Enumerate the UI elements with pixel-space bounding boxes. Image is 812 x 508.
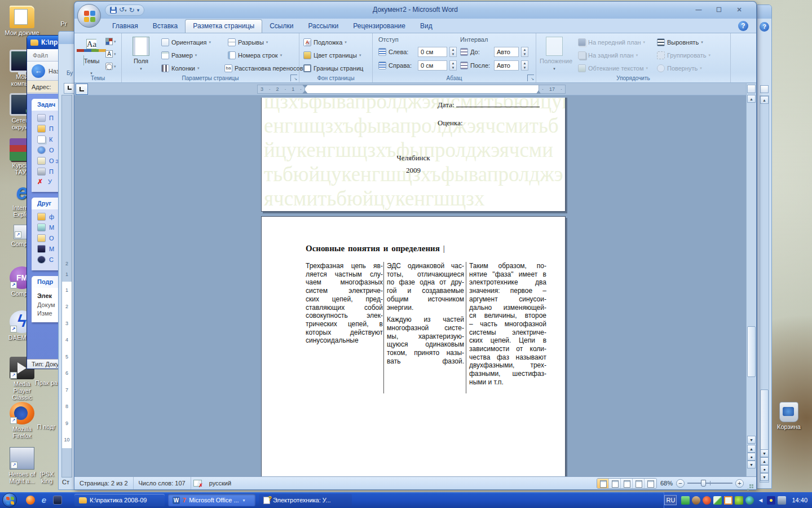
behind-scrollbar[interactable]: ▲ ▼ ▲ ● ▼ [760,95,769,483]
back-button[interactable]: ← [32,64,45,78]
hyphenation-button[interactable]: bаРасстановка переносов▾ [224,63,307,74]
first-line-indent-icon[interactable] [302,85,308,88]
help-icon[interactable]: ? [760,22,769,32]
nvidia-tray-icon[interactable] [735,496,743,505]
text-column-3[interactable]: Таким образом, по-нятие "фаза" имеет вэл… [469,262,546,387]
bring-to-front-button[interactable]: На передний план▾ [578,37,645,48]
tab-references[interactable]: Ссылки [262,20,301,33]
scrollbar-thumb[interactable] [760,389,769,452]
position-button[interactable]: Положение▾ [540,36,569,74]
firefox-quicklaunch-icon[interactable] [26,496,35,505]
web-layout-view-icon[interactable] [621,479,633,488]
desktop-icon-psx-label[interactable]: [PSX king [35,471,59,484]
maximize-button[interactable]: ☐ [711,6,727,15]
taskbar-button-office-group[interactable]: W 7 Microsoft Office ... ▾ [168,494,255,506]
page-color-button[interactable]: Цвет страницы▾ [303,50,361,61]
right-indent-icon[interactable] [536,90,541,94]
zoom-level[interactable]: 68% [660,480,673,487]
themes-button[interactable]: Аа Темы▾ [77,36,106,74]
columns-button[interactable]: Колонки▾ [161,63,200,74]
tab-view[interactable]: Вид [413,20,440,33]
dialog-launcher-icon[interactable] [290,75,297,81]
zoom-out-icon[interactable]: − [676,479,685,488]
close-button[interactable]: ✕ [731,6,747,15]
language-bar[interactable]: RU [664,495,677,505]
city-text[interactable]: Челябинск [262,154,565,163]
orientation-button[interactable]: Ориентация▾ [161,37,211,48]
tab-home[interactable]: Главная [105,20,145,33]
ie-quicklaunch-icon[interactable]: e [39,496,48,505]
draft-view-icon[interactable] [645,479,656,488]
indent-right-input[interactable]: 0 см [418,60,447,71]
horizontal-ruler[interactable]: 3·2·1· ·17· [257,85,566,94]
undo-icon[interactable]: ↺▾ [119,5,127,16]
desktop-icon-heroes[interactable]: Heroes of Might a... [5,447,39,484]
help-icon[interactable]: ? [738,21,748,31]
agent-tray-icon[interactable] [724,496,732,505]
spelling-status-icon[interactable] [193,480,202,487]
spacing-after-input[interactable]: Авто [494,60,519,71]
antivirus-tray-icon[interactable] [713,496,722,505]
spinner-arrows-icon[interactable]: ▲▼ [449,60,457,71]
desktop-icon-pr-label[interactable]: Pr [55,20,72,27]
browse-next-icon[interactable]: ▼ [760,473,769,481]
office-button[interactable] [77,4,101,28]
zoom-thumb[interactable] [701,480,706,487]
document-page-1[interactable]: щзхъфывапролджэячсмитьбюйцукенгшщзхъфыва… [261,98,566,212]
document-area[interactable]: щзхъфывапролджэячсмитьбюйцукенгшщзхъфыва… [74,98,746,476]
red-app-tray-icon[interactable] [703,496,711,505]
page-indicator[interactable]: Страница: 2 из 2 [74,477,134,489]
breaks-button[interactable]: Разрывы▾ [228,37,268,48]
year-text[interactable]: 2009 [262,166,565,175]
zoom-in-icon[interactable]: + [735,479,744,488]
tab-page-layout[interactable]: Разметка страницы [185,19,262,33]
word-count[interactable]: Число слов: 107 [134,477,191,489]
vertical-ruler[interactable]: 21 12345678910 [61,95,72,478]
indent-left-input[interactable]: 0 см [418,47,447,57]
margins-button[interactable]: Поля▾ [126,36,156,74]
ruler-toggle-button[interactable] [760,85,769,93]
grade-field[interactable]: Оценка: [438,119,463,128]
title-bar[interactable]: Документ2 - Microsoft Word — ☐ ✕ [74,2,756,19]
print-layout-view-icon[interactable] [597,479,609,488]
language-indicator[interactable]: русский [204,477,236,489]
save-icon[interactable] [110,7,117,14]
taskbar-button-folder[interactable]: К:\практика 2008-09 [74,494,165,506]
text-wrapping-button[interactable]: Обтекание текстом▾ [578,63,648,74]
align-button[interactable]: Выровнять▾ [657,37,703,48]
document-page-2[interactable]: Основные понятия и определения| Трехфазн… [261,216,566,476]
taskbar-button-help[interactable]: Электротехника: У... [259,494,352,506]
browse-previous-icon[interactable]: ▲ [760,457,769,465]
mpc-quicklaunch-icon[interactable] [53,496,62,505]
desktop-icon-my-documents[interactable]: Мои докуме [5,6,39,36]
desktop-icon-podg-label[interactable]: П подг [34,423,59,430]
redo-icon[interactable]: ↻ [129,5,135,15]
tab-selector-button[interactable] [76,84,88,95]
wireless-tray-icon[interactable] [767,496,775,505]
spinner-arrows-icon[interactable]: ▲▼ [449,47,457,57]
usb-tray-icon[interactable] [681,496,690,505]
tab-review[interactable]: Рецензирование [346,20,413,33]
desktop-icon-firefox[interactable]: Mozilla Firefox [5,402,39,439]
send-to-back-button[interactable]: На задний план▾ [578,50,638,61]
watermark-button[interactable]: AПодложка▾ [303,37,347,48]
ruler-toggle-button[interactable] [747,85,756,93]
browse-previous-icon[interactable]: ▲ [747,445,756,453]
theme-colors-button[interactable]: ▾ [104,36,121,47]
start-button[interactable] [2,493,17,507]
group-button[interactable]: Группировать▾ [657,50,710,61]
scroll-up-icon[interactable]: ▲ [760,96,769,104]
qat-customize-icon[interactable]: ▾ [137,5,140,15]
taskbar-clock[interactable]: 14:40 [792,497,807,503]
text-column-1[interactable]: Трехфазная цепь яв-ляется частным слу-ча… [306,262,383,345]
scroll-up-icon[interactable]: ▲ [747,95,756,103]
emule-tray-icon[interactable] [692,496,700,505]
browse-object-icon[interactable]: ● [747,453,756,461]
spinner-arrows-icon[interactable]: ▲▼ [521,47,528,57]
theme-effects-button[interactable]: ◯▾ [104,61,121,72]
tab-insert[interactable]: Вставка [145,20,186,33]
power-tray-icon[interactable] [745,496,754,505]
browse-next-icon[interactable]: ▼ [747,461,756,468]
minimize-button[interactable]: — [691,6,707,15]
scroll-down-icon[interactable]: ▼ [760,449,769,457]
